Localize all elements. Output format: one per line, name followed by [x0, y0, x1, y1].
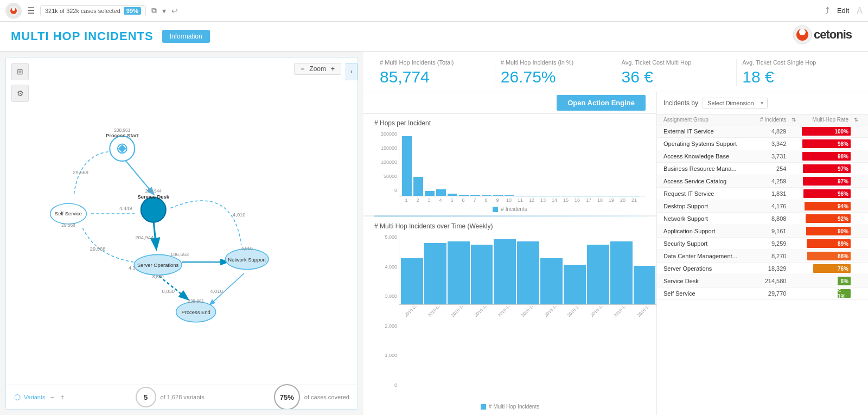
- y-label-4: 200000: [374, 131, 397, 137]
- page-header: MULTI HOP INCIDENTS Information cetonis: [0, 22, 868, 52]
- cases-text: 321k of 322k cases selected: [45, 8, 120, 14]
- hop-bar-14: [550, 196, 560, 196]
- info-button[interactable]: Information: [162, 30, 210, 43]
- hops-legend-dot: [493, 207, 498, 212]
- inc-count: 9,259: [745, 240, 790, 247]
- hop-bar-20: [618, 196, 628, 196]
- time-bar-0: [401, 258, 423, 304]
- inc-rate-bar: 88%: [807, 252, 851, 260]
- table-row: Security Support 9,259 89%: [657, 238, 868, 250]
- settings-tool[interactable]: ⚙: [11, 85, 29, 102]
- filter-tool[interactable]: ⊞: [11, 63, 29, 80]
- zoom-out-btn[interactable]: −: [299, 65, 306, 73]
- chart-left: Open Action Engine # Hops per Incident 2…: [363, 92, 656, 415]
- inc-bar-cell: 90%: [801, 227, 851, 235]
- edit-label[interactable]: Edit: [837, 7, 849, 15]
- hop-bar-16: [573, 196, 583, 196]
- inc-name: Access Knowledge Base: [663, 153, 745, 159]
- inc-name: Operating Systems Support: [663, 141, 745, 147]
- kpi-single-cost-label: Avg. Ticket Cost Single Hop: [742, 59, 852, 66]
- time-legend-dot: [481, 404, 486, 410]
- hop-bar-19: [607, 196, 617, 196]
- table-row: Operating Systems Support 3,342 98%: [657, 138, 868, 150]
- ty-0: 0: [374, 382, 397, 388]
- inc-bar-cell: 89%: [801, 239, 851, 248]
- kpi-pct: # Multi Hop Incidents (in %) 26.75%: [495, 59, 616, 86]
- hops-legend-label: # Incidents: [501, 206, 527, 212]
- svg-text:8,830: 8,830: [162, 288, 175, 294]
- incidents-table-header: Incidents by Select Dimension: [657, 92, 868, 114]
- hamburger-icon[interactable]: ☰: [27, 5, 35, 16]
- time-bar-10: [634, 266, 656, 304]
- svg-text:204,944: 204,944: [135, 234, 154, 240]
- inc-count: 4,259: [745, 178, 790, 184]
- incidents-table-panel: Incidents by Select Dimension Assignment…: [656, 92, 868, 415]
- svg-text:204,944: 204,944: [145, 188, 162, 194]
- back-icon[interactable]: ↩: [171, 7, 178, 15]
- ty-1: 1,000: [374, 353, 397, 358]
- table-row: Server Operations 18,329 76%: [657, 263, 868, 275]
- plus-btn[interactable]: +: [59, 393, 66, 401]
- inc-bar-cell: 94%: [801, 202, 851, 210]
- kpi-row: # Multi Hop Incidents (Total) 85,774 # M…: [363, 52, 868, 92]
- cases-covered-area: 75% of cases covered: [274, 384, 349, 410]
- hop-bar-7: [470, 195, 480, 196]
- inc-name: Server Operations: [663, 265, 745, 272]
- inc-bar-cell: 98%: [801, 152, 851, 161]
- incidents-by-label: Incidents by: [663, 99, 698, 107]
- y-label-2: 100000: [374, 159, 397, 165]
- cases-badge: 321k of 322k cases selected 99%: [40, 5, 146, 16]
- of-variants: of 1,628 variants: [161, 394, 205, 400]
- action-engine-button[interactable]: Open Action Engine: [557, 95, 646, 111]
- hops-chart-section: # Hops per Incident 200000 150000 100000…: [363, 114, 656, 215]
- share-icon[interactable]: ⤴: [825, 6, 829, 16]
- dimension-select[interactable]: Select Dimension: [703, 98, 768, 108]
- collapse-btn[interactable]: ‹: [346, 63, 358, 80]
- svg-text:Self Service: Self Service: [55, 210, 82, 216]
- inc-bar-cell: 100%: [801, 127, 851, 136]
- svg-text:Process Start: Process Start: [106, 132, 139, 138]
- y-label-1: 50000: [374, 174, 397, 179]
- inc-count: 214,580: [745, 278, 790, 284]
- inc-count: 4,829: [745, 128, 790, 135]
- hops-x-labels: 123456789101112131415161718192021: [399, 196, 646, 204]
- table-row: Service Desk 214,580 6%: [657, 275, 868, 288]
- time-legend-label: # Multi Hop Incidents: [489, 404, 539, 410]
- copy-icon[interactable]: ⧉: [151, 6, 157, 15]
- zoom-in-btn[interactable]: +: [329, 65, 336, 73]
- table-row: Desktop Support 4,176 94%: [657, 200, 868, 213]
- minus-btn[interactable]: −: [49, 393, 56, 401]
- table-row: Network Support 8,808 92%: [657, 213, 868, 225]
- inc-rate-bar: < 1%: [838, 289, 851, 298]
- ty-2: 2,000: [374, 323, 397, 329]
- kpi-single-cost: Avg. Ticket Cost Single Hop 18 €: [737, 59, 857, 86]
- inc-name: Business Resource Mana...: [663, 165, 745, 172]
- sort2-icon[interactable]: ⇅: [851, 117, 861, 123]
- page-title-area: MULTI HOP INCIDENTS Information: [11, 29, 210, 43]
- inc-bar-cell: 88%: [801, 252, 851, 260]
- col-multihop-header: Multi-Hop Rate: [799, 117, 851, 123]
- inc-count: 8,270: [745, 253, 790, 259]
- time-bar-7: [564, 265, 586, 304]
- hop-bar-2: [413, 177, 423, 196]
- kpi-multi-cost-value: 36 €: [622, 68, 731, 86]
- col-assignment-header: Assignment Group: [663, 117, 745, 123]
- sort1-icon[interactable]: ⇅: [788, 117, 799, 123]
- process-map-svg: 29,568 4,449 204,944 4,381 186,553 4,010…: [6, 63, 358, 387]
- incidents-col-headers: Assignment Group # Incidents ⇅ Multi-Hop…: [657, 114, 868, 125]
- action-engine-row: Open Action Engine: [363, 92, 656, 114]
- inc-name: Service Desk: [663, 278, 745, 284]
- inc-bar-cell: 96%: [801, 189, 851, 198]
- hop-bar-10: [505, 195, 514, 196]
- hops-legend: # Incidents: [374, 206, 646, 212]
- dimension-select-wrapper[interactable]: Select Dimension: [703, 98, 768, 108]
- right-panel: # Multi Hop Incidents (Total) 85,774 # M…: [363, 52, 868, 415]
- time-chart-title: # Multi Hop Incidents over Time (Weekly): [374, 222, 646, 230]
- arrow-icon[interactable]: ▾: [162, 7, 166, 15]
- inc-count: 1,831: [745, 190, 790, 197]
- svg-text:cetonis: cetonis: [814, 28, 852, 41]
- kpi-total-value: 85,774: [380, 68, 489, 86]
- inc-name: External IT Service: [663, 128, 745, 135]
- user-icon[interactable]: A: [857, 6, 863, 16]
- time-bar-3: [471, 245, 493, 304]
